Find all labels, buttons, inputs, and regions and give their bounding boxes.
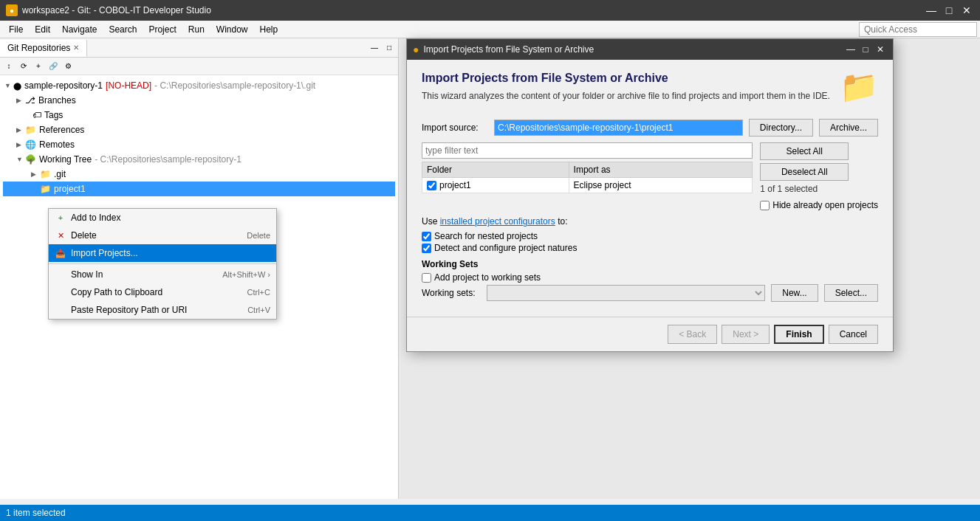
- repo-name: sample-repository-1: [24, 80, 103, 91]
- title-bar: ● workspace2 - Git: - COBOL-IT Developer…: [0, 0, 980, 21]
- import-source-input[interactable]: [494, 120, 743, 136]
- row-checkbox[interactable]: [427, 181, 436, 190]
- git-repositories-tab[interactable]: Git Repositories ✕: [0, 40, 87, 57]
- ctx-add-to-index-label: Add to Index: [71, 213, 120, 223]
- git-tab-close[interactable]: ✕: [73, 44, 79, 52]
- tree-references[interactable]: ▶ 📁 References: [3, 123, 395, 137]
- ctx-paste-repo[interactable]: Paste Repository Path or URI Ctrl+V: [49, 301, 276, 319]
- installed-configurators-link[interactable]: installed project configurators: [440, 216, 555, 227]
- hide-open-checkbox[interactable]: [760, 201, 770, 210]
- menu-project[interactable]: Project: [143, 23, 182, 36]
- detect-configure-checkbox[interactable]: [422, 244, 431, 253]
- modal-title: ● Import Projects from File System or Ar…: [413, 44, 594, 55]
- maximize-button[interactable]: □: [942, 3, 956, 18]
- ctx-import-projects[interactable]: 📥 Import Projects...: [49, 244, 276, 262]
- new-button[interactable]: New...: [771, 284, 818, 302]
- menu-help[interactable]: Help: [254, 23, 284, 36]
- ctx-copy-path-shortcut: Ctrl+C: [247, 288, 270, 297]
- ctx-show-in[interactable]: Show In Alt+Shift+W ›: [49, 266, 276, 283]
- modal-title-text: Import Projects from File System or Arch…: [423, 44, 594, 55]
- working-sets-row: Working sets: New... Select...: [422, 284, 878, 302]
- modal-overlay: ● Import Projects from File System or Ar…: [399, 38, 980, 499]
- back-button[interactable]: < Back: [668, 325, 717, 344]
- deselect-all-button[interactable]: Deselect All: [760, 163, 849, 181]
- next-button[interactable]: Next >: [722, 325, 770, 344]
- add-to-working-sets-checkbox[interactable]: [422, 273, 431, 283]
- finish-button[interactable]: Finish: [774, 325, 823, 344]
- ctx-copy-path[interactable]: Copy Path to Clipboard Ctrl+C: [49, 283, 276, 301]
- dialog-heading: Import Projects from File System or Arch…: [422, 72, 830, 85]
- row-import-as: Eclipse project: [569, 178, 753, 193]
- tree-project1[interactable]: 📁 project1: [3, 182, 395, 196]
- import-dialog: ● Import Projects from File System or Ar…: [406, 38, 894, 352]
- archive-button[interactable]: Archive...: [819, 119, 878, 137]
- search-nested-row: Search for nested projects: [422, 231, 878, 241]
- tree-working-tree[interactable]: ▼ 🌳 Working Tree - C:\Repositories\sampl…: [3, 152, 395, 167]
- selected-count: 1 of 1 selected: [760, 184, 878, 194]
- remotes-icon: 🌐: [25, 139, 36, 150]
- import-projects-icon: 📥: [55, 247, 66, 259]
- menu-run[interactable]: Run: [182, 23, 210, 36]
- add-to-index-icon: +: [55, 212, 66, 224]
- ctx-delete-shortcut: Delete: [247, 231, 270, 240]
- filter-input[interactable]: [422, 142, 753, 159]
- menu-file[interactable]: File: [3, 23, 29, 36]
- menu-search[interactable]: Search: [103, 23, 143, 36]
- toolbar-btn-3[interactable]: +: [31, 59, 46, 74]
- repo-root[interactable]: ▼ ⬤ sample-repository-1 [NO-HEAD] - C:\R…: [3, 78, 395, 93]
- close-button[interactable]: ✕: [959, 3, 974, 18]
- tags-icon: 🏷: [32, 110, 41, 120]
- modal-close-btn[interactable]: ✕: [874, 43, 887, 56]
- ctx-paste-repo-shortcut: Ctrl+V: [247, 306, 270, 314]
- minimize-button[interactable]: —: [924, 3, 939, 18]
- search-nested-label: Search for nested projects: [434, 231, 538, 241]
- references-icon: 📁: [25, 125, 36, 135]
- working-sets-select[interactable]: [487, 285, 765, 301]
- menu-navigate[interactable]: Navigate: [56, 23, 103, 36]
- configurators-row: Use installed project configurators to:: [422, 216, 878, 227]
- toolbar-btn-5[interactable]: ⚙: [61, 59, 75, 74]
- maximize-panel-btn[interactable]: □: [382, 41, 397, 55]
- table-row[interactable]: project1 Eclipse project: [422, 178, 753, 193]
- minimize-panel-btn[interactable]: —: [367, 41, 382, 55]
- tree-tags[interactable]: 🏷 Tags: [3, 108, 395, 123]
- row-folder: project1: [422, 178, 569, 193]
- detect-configure-row: Detect and configure project natures: [422, 243, 878, 253]
- cancel-button[interactable]: Cancel: [829, 325, 878, 344]
- select-button[interactable]: Select...: [824, 284, 878, 302]
- left-panel: Git Repositories ✕ — □ ↕ ⟳ + 🔗 ⚙ ▼ ⬤ sam…: [0, 38, 399, 499]
- hide-open-row[interactable]: Hide already open projects: [760, 200, 878, 210]
- toolbar-btn-4[interactable]: 🔗: [46, 59, 61, 74]
- col-import-as: Import as: [569, 162, 753, 178]
- tree-branches[interactable]: ▶ ⎇ Branches: [3, 93, 395, 108]
- modal-minimize-btn[interactable]: —: [844, 43, 857, 56]
- delete-icon: ✕: [55, 230, 66, 241]
- file-table: Folder Import as: [422, 162, 753, 193]
- select-all-button[interactable]: Select All: [760, 142, 849, 160]
- toolbar-btn-1[interactable]: ↕: [1, 59, 16, 74]
- git-folder-label: .git: [54, 169, 66, 179]
- content-area: Folder Import as: [422, 142, 878, 210]
- add-to-working-sets-row: Add project to working sets: [422, 272, 878, 283]
- dialog-subtext: This wizard analyzes the content of your…: [422, 91, 830, 101]
- toolbar-btn-2[interactable]: ⟳: [16, 59, 31, 74]
- folder-icon: 📁: [840, 69, 878, 105]
- tree-git-folder[interactable]: ▶ 📁 .git: [3, 167, 395, 182]
- modal-maximize-btn[interactable]: □: [859, 43, 872, 56]
- ctx-delete[interactable]: ✕ Delete Delete: [49, 227, 276, 244]
- detect-configure-label: Detect and configure project natures: [434, 243, 577, 253]
- quick-access-input[interactable]: [859, 22, 977, 37]
- menu-window[interactable]: Window: [210, 23, 254, 36]
- branches-arrow: ▶: [16, 97, 25, 104]
- paste-repo-icon: [55, 304, 66, 316]
- ctx-show-in-label: Show In: [71, 269, 103, 280]
- tree-remotes[interactable]: ▶ 🌐 Remotes: [3, 137, 395, 152]
- ctx-add-to-index[interactable]: + Add to Index: [49, 209, 276, 227]
- menu-edit[interactable]: Edit: [29, 23, 56, 36]
- title-bar-title: workspace2 - Git: - COBOL-IT Developer S…: [22, 5, 211, 15]
- directory-button[interactable]: Directory...: [749, 119, 813, 137]
- title-bar-controls: — □ ✕: [924, 3, 974, 18]
- modal-body: Import Projects from File System or Arch…: [407, 60, 893, 317]
- search-nested-checkbox[interactable]: [422, 232, 431, 241]
- git-folder-arrow: ▶: [31, 170, 40, 178]
